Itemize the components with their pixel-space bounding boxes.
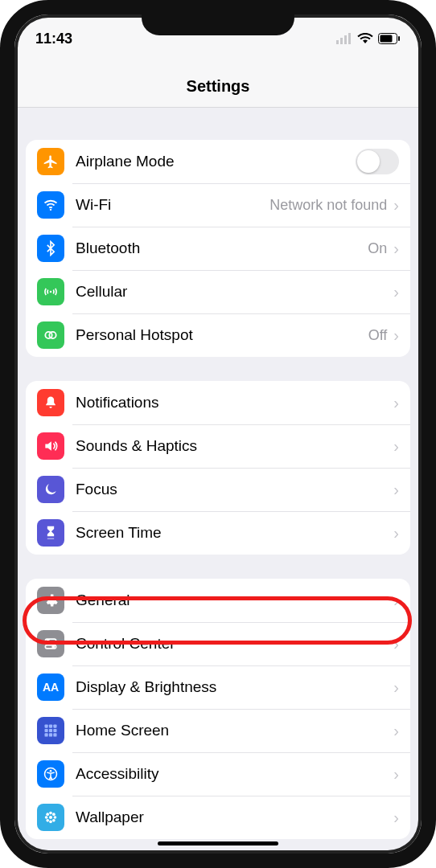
status-icons <box>336 33 401 44</box>
bluetooth-icon <box>37 235 64 262</box>
row-label: Personal Hotspot <box>76 326 368 344</box>
screen: 11:43 Settings Airplane Mode <box>14 14 422 854</box>
svg-rect-3 <box>348 33 351 44</box>
svg-point-25 <box>50 770 52 772</box>
aa-icon: AA <box>37 674 64 701</box>
flower-icon <box>37 804 64 831</box>
side-button <box>433 209 436 289</box>
settings-group-alerts: Notifications › Sounds & Haptics › Focus… <box>26 381 410 555</box>
svg-rect-16 <box>49 725 52 728</box>
row-label: Focus <box>76 481 393 498</box>
svg-point-28 <box>49 821 52 824</box>
row-label: Accessibility <box>76 765 393 783</box>
airplane-icon <box>37 148 64 175</box>
row-airplane-mode[interactable]: Airplane Mode <box>26 140 410 183</box>
settings-group-connectivity: Airplane Mode Wi-Fi Network not found › … <box>26 140 410 357</box>
settings-group-device: General › Control Center › AA Display & … <box>26 579 410 839</box>
row-label: Sounds & Haptics <box>76 437 393 455</box>
chevron-right-icon: › <box>393 678 399 697</box>
row-label: Home Screen <box>76 722 393 739</box>
svg-point-30 <box>54 816 57 819</box>
row-label: Wallpaper <box>76 809 393 826</box>
row-accessibility[interactable]: Accessibility › <box>26 752 410 796</box>
svg-rect-17 <box>53 725 56 728</box>
home-indicator[interactable] <box>158 841 278 845</box>
row-home-screen[interactable]: Home Screen › <box>26 709 410 752</box>
row-cellular[interactable]: Cellular › <box>26 270 410 313</box>
row-wallpaper[interactable]: Wallpaper › <box>26 796 410 839</box>
row-general[interactable]: General › <box>26 579 410 622</box>
row-label: Control Center <box>76 635 393 653</box>
grid-icon <box>37 717 64 744</box>
svg-rect-1 <box>340 38 343 44</box>
accessibility-icon <box>37 760 64 788</box>
moon-icon <box>37 476 64 503</box>
svg-rect-21 <box>45 733 48 736</box>
svg-point-29 <box>45 816 48 819</box>
svg-rect-23 <box>53 733 56 736</box>
row-personal-hotspot[interactable]: Personal Hotspot Off › <box>26 313 410 357</box>
row-label: Airplane Mode <box>76 153 356 170</box>
row-notifications[interactable]: Notifications › <box>26 381 410 424</box>
svg-rect-20 <box>53 729 56 732</box>
speaker-icon <box>37 432 64 460</box>
chevron-right-icon: › <box>393 283 399 301</box>
notch <box>142 8 294 35</box>
battery-icon <box>378 33 401 44</box>
svg-point-33 <box>46 819 49 822</box>
hourglass-icon <box>37 519 64 547</box>
chevron-right-icon: › <box>393 765 399 784</box>
svg-point-31 <box>46 813 49 816</box>
svg-rect-6 <box>398 36 400 41</box>
chevron-right-icon: › <box>393 196 399 215</box>
svg-rect-2 <box>344 35 347 44</box>
chevron-right-icon: › <box>393 394 399 412</box>
row-sounds-haptics[interactable]: Sounds & Haptics › <box>26 424 410 468</box>
row-label: Cellular <box>76 283 393 301</box>
chevron-right-icon: › <box>393 326 399 345</box>
row-label: Screen Time <box>76 524 393 542</box>
row-bluetooth[interactable]: Bluetooth On › <box>26 227 410 270</box>
wifi-status-icon <box>357 33 373 44</box>
row-screen-time[interactable]: Screen Time › <box>26 511 410 555</box>
svg-rect-18 <box>45 729 48 732</box>
svg-point-26 <box>49 816 52 819</box>
row-label: General <box>76 592 393 609</box>
svg-rect-0 <box>336 40 339 44</box>
cellular-signal-icon <box>336 33 352 44</box>
svg-point-27 <box>49 812 52 815</box>
row-detail: Network not found <box>269 197 387 214</box>
row-detail: On <box>368 240 387 257</box>
chevron-right-icon: › <box>393 809 399 827</box>
row-detail: Off <box>368 327 388 344</box>
svg-point-14 <box>52 646 55 649</box>
svg-rect-22 <box>49 733 52 736</box>
chevron-right-icon: › <box>393 437 399 456</box>
cellular-icon <box>37 278 64 305</box>
row-label: Display & Brightness <box>76 678 393 696</box>
row-display-brightness[interactable]: AA Display & Brightness › <box>26 665 410 709</box>
row-label: Bluetooth <box>76 240 368 257</box>
svg-rect-15 <box>45 725 48 728</box>
chevron-right-icon: › <box>393 722 399 740</box>
row-wifi[interactable]: Wi-Fi Network not found › <box>26 183 410 227</box>
svg-rect-19 <box>49 729 52 732</box>
chevron-right-icon: › <box>393 524 399 542</box>
wifi-icon <box>37 191 64 219</box>
chevron-right-icon: › <box>393 635 399 653</box>
page-title: Settings <box>14 77 422 96</box>
airplane-toggle[interactable] <box>356 149 399 174</box>
chevron-right-icon: › <box>393 240 399 258</box>
svg-point-8 <box>50 291 52 293</box>
svg-rect-5 <box>380 35 393 43</box>
side-button <box>0 201 3 257</box>
switches-icon <box>37 630 64 657</box>
settings-content[interactable]: Airplane Mode Wi-Fi Network not found › … <box>14 140 422 839</box>
svg-point-7 <box>50 209 51 211</box>
row-control-center[interactable]: Control Center › <box>26 622 410 665</box>
side-button <box>0 273 3 330</box>
svg-point-34 <box>52 819 56 822</box>
row-focus[interactable]: Focus › <box>26 468 410 511</box>
row-label: Notifications <box>76 394 393 411</box>
hotspot-icon <box>37 321 64 349</box>
